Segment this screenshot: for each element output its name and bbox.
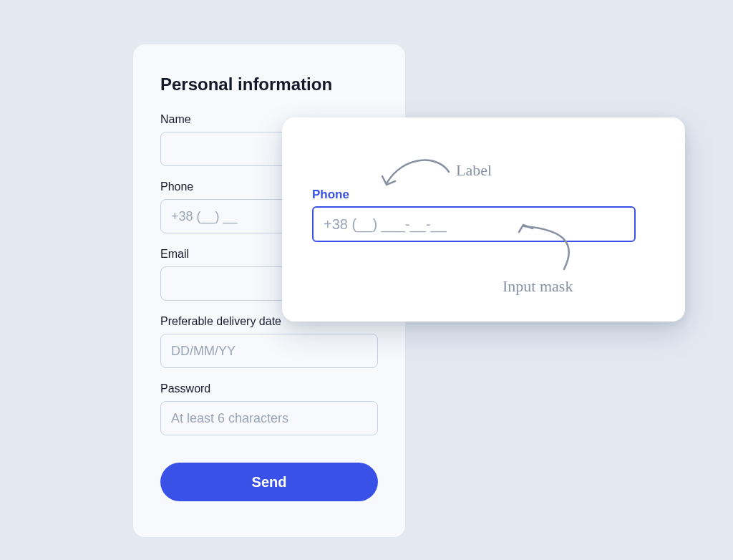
annotation-mask: Input mask xyxy=(503,277,573,296)
arrow-to-label-icon xyxy=(374,150,452,193)
annotation-label: Label xyxy=(456,161,492,180)
date-field-group: Preferable delivery date xyxy=(160,315,378,368)
callout-phone-label: Phone xyxy=(312,188,349,202)
date-input[interactable] xyxy=(160,334,378,368)
form-title: Personal information xyxy=(160,74,378,95)
callout-inner: Phone +38 (__) ___-__-__ Label Input mas… xyxy=(302,137,665,301)
arrow-to-mask-icon xyxy=(517,219,603,280)
send-button[interactable]: Send xyxy=(160,463,378,501)
password-field-group: Password xyxy=(160,382,378,435)
password-input[interactable] xyxy=(160,401,378,435)
password-label: Password xyxy=(160,382,378,395)
callout-card: Phone +38 (__) ___-__-__ Label Input mas… xyxy=(282,117,685,322)
callout-phone-mask-text: +38 (__) ___-__-__ xyxy=(324,216,447,233)
